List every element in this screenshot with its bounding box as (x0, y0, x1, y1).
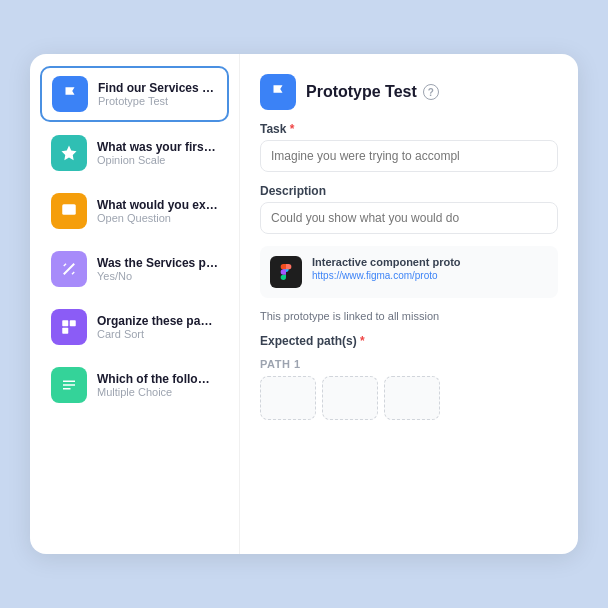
task-label: Task * (260, 122, 558, 136)
item-text-expect: What would you expect to ha... Open Ques… (97, 198, 218, 224)
cardsort-icon (51, 309, 87, 345)
prototype-note: This prototype is linked to all mission (260, 310, 558, 322)
list-item-first-impression[interactable]: What was your first impressio... Opinion… (40, 126, 229, 180)
task-field-group: Task * (260, 122, 558, 172)
path-header: PATH 1 (260, 358, 558, 370)
svg-rect-4 (62, 320, 68, 326)
item-subtitle-which-best: Multiple Choice (97, 386, 218, 398)
item-title-first-impression: What was your first impressio... (97, 140, 218, 154)
svg-rect-5 (70, 320, 76, 326)
path-boxes (260, 376, 558, 420)
multiplechoice-icon (51, 367, 87, 403)
panel-header: Prototype Test ? (260, 74, 558, 110)
main-card: Find our Services page Prototype Test Wh… (30, 54, 578, 554)
path-box-2[interactable] (322, 376, 378, 420)
item-text-which-best: Which of the following best d... Multipl… (97, 372, 218, 398)
path-box-3[interactable] (384, 376, 440, 420)
item-text-organize: Organize these pages into ca... Card Sor… (97, 314, 218, 340)
list-item-expect[interactable]: What would you expect to ha... Open Ques… (40, 184, 229, 238)
task-input[interactable] (260, 140, 558, 172)
item-subtitle-first-impression: Opinion Scale (97, 154, 218, 166)
star-icon (51, 135, 87, 171)
expected-paths-section: Expected path(s) * PATH 1 (260, 334, 558, 420)
list-item-services-page[interactable]: Was the Services page where... Yes/No (40, 242, 229, 296)
left-panel: Find our Services page Prototype Test Wh… (30, 54, 240, 554)
prototype-name: Interactive component proto (312, 256, 461, 268)
item-title-services-page: Was the Services page where... (97, 256, 218, 270)
info-icon[interactable]: ? (423, 84, 439, 100)
list-item-find-services[interactable]: Find our Services page Prototype Test (40, 66, 229, 122)
prototype-text: Interactive component proto https://www.… (312, 256, 461, 281)
list-item-organize[interactable]: Organize these pages into ca... Card Sor… (40, 300, 229, 354)
panel-title: Prototype Test ? (306, 83, 439, 101)
flag-icon (52, 76, 88, 112)
yesno-icon (51, 251, 87, 287)
path-box-1[interactable] (260, 376, 316, 420)
prototype-link[interactable]: https://www.figma.com/proto (312, 270, 461, 281)
item-subtitle-services-page: Yes/No (97, 270, 218, 282)
description-label: Description (260, 184, 558, 198)
svg-rect-6 (62, 328, 68, 334)
panel-flag-icon (260, 74, 296, 110)
item-subtitle-organize: Card Sort (97, 328, 218, 340)
description-field-group: Description (260, 184, 558, 234)
item-text-find-services: Find our Services page Prototype Test (98, 81, 217, 107)
panel-title-text: Prototype Test (306, 83, 417, 101)
expected-paths-label: Expected path(s) * (260, 334, 558, 348)
item-subtitle-find-services: Prototype Test (98, 95, 217, 107)
svg-line-3 (72, 272, 74, 274)
item-text-first-impression: What was your first impressio... Opinion… (97, 140, 218, 166)
list-item-which-best[interactable]: Which of the following best d... Multipl… (40, 358, 229, 412)
item-text-services-page: Was the Services page where... Yes/No (97, 256, 218, 282)
item-title-find-services: Find our Services page (98, 81, 217, 95)
item-title-organize: Organize these pages into ca... (97, 314, 218, 328)
description-input[interactable] (260, 202, 558, 234)
item-title-expect: What would you expect to ha... (97, 198, 218, 212)
item-subtitle-expect: Open Question (97, 212, 218, 224)
figma-icon (270, 256, 302, 288)
item-title-which-best: Which of the following best d... (97, 372, 218, 386)
svg-rect-0 (62, 204, 76, 215)
right-panel: Prototype Test ? Task * Description (240, 54, 578, 554)
comment-icon (51, 193, 87, 229)
prototype-link-card: Interactive component proto https://www.… (260, 246, 558, 298)
svg-line-2 (64, 264, 66, 266)
